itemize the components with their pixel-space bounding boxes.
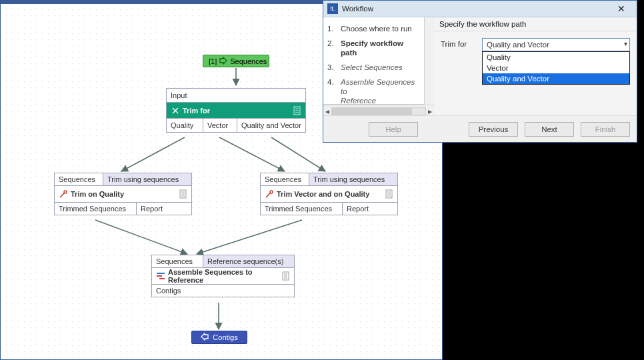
- combo-option-quality[interactable]: Quality: [483, 52, 629, 63]
- branch-name: Trim for: [183, 107, 210, 115]
- steps-vertical-scrollbar[interactable]: ⅴ: [425, 17, 434, 117]
- left-tool-row[interactable]: Trim on Quality: [54, 185, 192, 203]
- wizard-step-1[interactable]: 1.Choose where to run: [327, 21, 420, 36]
- assemble-icon: [156, 271, 165, 281]
- left-input-sequences[interactable]: Sequences: [54, 173, 103, 186]
- params-icon: [282, 271, 290, 281]
- start-node-sequences[interactable]: [1] Sequences: [203, 55, 269, 67]
- output-arrow-icon: [201, 333, 209, 342]
- right-output-report[interactable]: Report: [342, 202, 398, 215]
- branch-icon: [171, 106, 180, 115]
- trimfor-combobox[interactable]: Quality and Vector ▾ Quality Vector Qual…: [482, 38, 630, 51]
- start-label: Sequences: [230, 57, 267, 65]
- svg-line-2: [219, 137, 285, 171]
- combo-option-quality-and-vector[interactable]: Quality and Vector: [483, 73, 629, 84]
- wizard-steps-pane: 1.Choose where to run 2.Specify workflow…: [323, 17, 425, 105]
- assemble-input-sequences[interactable]: Sequences: [151, 255, 203, 268]
- trimfor-label: Trim for: [441, 38, 477, 48]
- wizard-step-3[interactable]: 3.Select Sequences: [327, 60, 420, 75]
- tool-icon: [265, 189, 274, 199]
- dialog-title: Workflow: [342, 5, 373, 13]
- left-output-report[interactable]: Report: [136, 202, 192, 215]
- right-input-sequences[interactable]: Sequences: [260, 173, 309, 186]
- right-tool-row[interactable]: Trim Vector and on Quality: [260, 185, 398, 203]
- right-input-trim-seq[interactable]: Trim using sequences: [309, 173, 398, 186]
- end-node-contigs[interactable]: Contigs: [191, 331, 247, 344]
- svg-point-11: [64, 191, 67, 193]
- svg-line-4: [95, 220, 187, 254]
- branch-input-label[interactable]: Input: [166, 88, 306, 103]
- assemble-tool-name: Assemble Sequences to Reference: [168, 268, 282, 284]
- branch-option-vector[interactable]: Vector: [203, 118, 237, 133]
- chevron-down-icon[interactable]: ▾: [624, 40, 627, 47]
- scroll-right-icon[interactable]: ▸: [426, 107, 434, 116]
- assemble-tool-row[interactable]: Assemble Sequences to Reference: [151, 267, 295, 285]
- close-icon[interactable]: ✕: [610, 2, 633, 15]
- params-icon: [179, 189, 187, 199]
- previous-button[interactable]: Previous: [469, 122, 518, 137]
- combo-dropdown-list: Quality Vector Quality and Vector: [482, 51, 630, 85]
- params-icon: [385, 189, 393, 199]
- combo-value: Quality and Vector: [487, 41, 549, 49]
- left-tool-name: Trim on Quality: [71, 190, 124, 198]
- branch-option-quality-and-vector[interactable]: Quality and Vector: [237, 118, 306, 133]
- start-index: [1]: [209, 57, 217, 65]
- dialog-titlebar[interactable]: lt. Workflow ✕: [323, 1, 637, 17]
- workflow-dialog: lt. Workflow ✕ 1.Choose where to run 2.S…: [323, 0, 637, 143]
- group-header: Specify the workflow path: [434, 17, 637, 31]
- svg-line-1: [121, 137, 185, 171]
- end-label: Contigs: [213, 333, 237, 341]
- wizard-step-2[interactable]: 2.Specify workflow path: [327, 36, 420, 60]
- right-output-trimmed[interactable]: Trimmed Sequences: [260, 202, 343, 215]
- dialog-button-row: Help Previous Next Finish: [323, 115, 637, 142]
- scrollbar-thumb[interactable]: [332, 108, 412, 115]
- right-tool-name: Trim Vector and on Quality: [277, 190, 369, 198]
- svg-point-16: [270, 191, 273, 193]
- tool-icon: [59, 189, 68, 199]
- wizard-step-4[interactable]: 4.Assemble Sequences toReference: [327, 75, 420, 105]
- assemble-output-contigs[interactable]: Contigs: [151, 284, 295, 297]
- next-button[interactable]: Next: [525, 122, 574, 137]
- left-output-trimmed[interactable]: Trimmed Sequences: [54, 202, 137, 215]
- scroll-left-icon[interactable]: ◂: [323, 107, 331, 116]
- params-icon: [293, 106, 301, 115]
- help-button[interactable]: Help: [369, 122, 418, 137]
- assemble-input-reference[interactable]: Reference sequence(s): [203, 255, 295, 268]
- left-input-trim-seq[interactable]: Trim using sequences: [103, 173, 192, 186]
- svg-line-5: [197, 220, 302, 254]
- finish-button[interactable]: Finish: [581, 122, 630, 137]
- input-arrow-icon: [219, 57, 227, 66]
- app-icon: lt.: [327, 3, 338, 14]
- dialog-content-pane: Specify the workflow path Trim for Quali…: [434, 17, 637, 117]
- combo-option-vector[interactable]: Vector: [483, 63, 629, 73]
- branch-option-quality[interactable]: Quality: [166, 118, 203, 133]
- branch-trimfor-header[interactable]: Trim for: [166, 102, 306, 119]
- svg-line-3: [271, 137, 325, 171]
